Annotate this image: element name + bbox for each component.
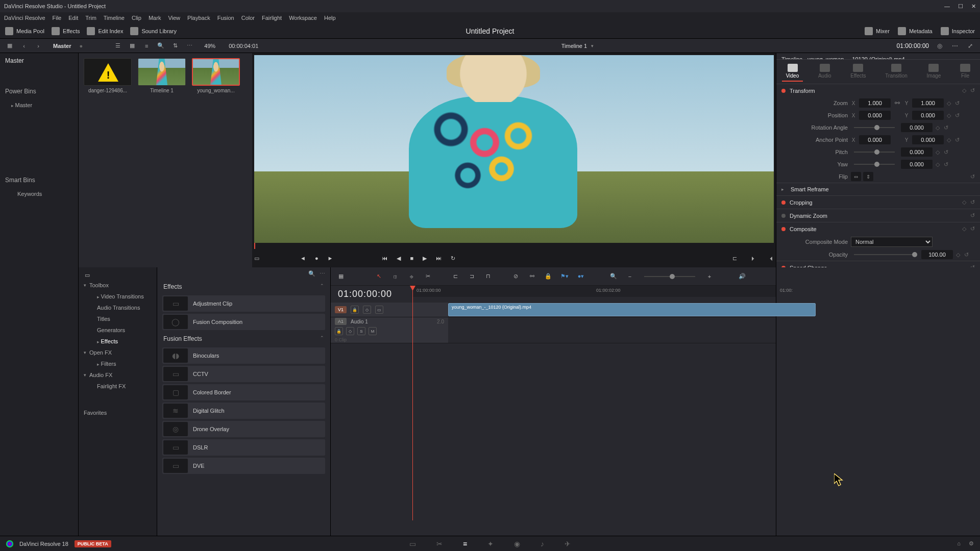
titles-node[interactable]: Titles bbox=[79, 313, 157, 324]
viewer-mode-icon[interactable]: ◎ bbox=[935, 41, 944, 51]
yaw-slider[interactable] bbox=[854, 164, 895, 165]
video-track-content[interactable]: young_woman_-_10120 (Original).mp4 bbox=[448, 303, 776, 317]
tab-transition[interactable]: Transition bbox=[881, 62, 912, 82]
reset-icon[interactable]: ↺ bbox=[970, 87, 975, 94]
section-dynamic-zoom[interactable]: Dynamic Zoom↺ bbox=[776, 209, 980, 222]
reset-icon[interactable]: ↺ bbox=[955, 100, 960, 107]
play-reverse-icon[interactable]: ● bbox=[315, 255, 318, 261]
menu-app[interactable]: DaVinci Resolve bbox=[4, 15, 45, 21]
fx-search-icon[interactable]: 🔍 bbox=[308, 270, 315, 277]
nav-back-icon[interactable]: ‹ bbox=[19, 41, 29, 51]
zoom-out-icon[interactable]: − bbox=[625, 273, 635, 280]
fx-dslr[interactable]: ▭DSLR bbox=[162, 439, 325, 456]
pitch-input[interactable] bbox=[901, 147, 933, 157]
zoom-y-input[interactable] bbox=[912, 98, 944, 108]
next-edit-icon[interactable]: ► bbox=[328, 255, 333, 261]
view-metadata-icon[interactable]: ☰ bbox=[113, 41, 122, 51]
flip-v-button[interactable]: ⇕ bbox=[863, 172, 873, 181]
timeline-timecode[interactable]: 01:00:00:00 bbox=[331, 286, 402, 303]
keyframe-icon[interactable]: ◇ bbox=[962, 199, 966, 206]
audio-track-header[interactable]: A1 Audio 1 2.0 🔒 ◇ S M 0 Clip bbox=[331, 317, 448, 343]
anchor-y-input[interactable] bbox=[912, 135, 944, 144]
sound-library-toggle[interactable]: Sound Library bbox=[130, 27, 177, 35]
reset-icon[interactable]: ↺ bbox=[970, 212, 975, 219]
flag-tool[interactable]: ⚑▾ bbox=[559, 273, 570, 280]
fx-binoculars[interactable]: ◖◗Binoculars bbox=[162, 347, 325, 364]
reset-icon[interactable]: ↺ bbox=[970, 199, 975, 206]
expand-viewer-icon[interactable]: ⤢ bbox=[966, 41, 975, 51]
rotation-input[interactable] bbox=[901, 123, 933, 132]
fx-dve[interactable]: ▭DVE bbox=[162, 458, 325, 474]
fx-category-effects[interactable]: Effects⌃ bbox=[157, 280, 330, 293]
keyframe-icon[interactable]: ◇ bbox=[947, 112, 951, 119]
effects-node[interactable]: ▸ Effects bbox=[79, 336, 157, 347]
keyframe-icon[interactable]: ◇ bbox=[962, 87, 966, 94]
fx-fusion-composition[interactable]: ◯Fusion Composition bbox=[162, 314, 325, 330]
audio-transitions-node[interactable]: Audio Transitions bbox=[79, 302, 157, 313]
menu-file[interactable]: File bbox=[53, 15, 62, 21]
enable-dot-icon[interactable] bbox=[781, 227, 786, 231]
zoom-tool-icon[interactable]: 🔍 bbox=[608, 273, 619, 280]
media-pool-toggle[interactable]: Media Pool bbox=[5, 27, 44, 35]
page-edit[interactable]: ≡ bbox=[463, 540, 467, 548]
fx-colored-border[interactable]: ▢Colored Border bbox=[162, 384, 325, 400]
fx-options-icon[interactable]: ⋯ bbox=[320, 270, 325, 277]
flip-h-button[interactable]: ⇔ bbox=[851, 172, 861, 181]
reset-icon[interactable]: ↺ bbox=[955, 112, 960, 119]
chevron-down-icon[interactable]: ▾ bbox=[591, 43, 594, 48]
zoom-percent[interactable]: 49% bbox=[204, 43, 215, 49]
search-icon[interactable]: 🔍 bbox=[156, 41, 165, 51]
smart-bin-keywords[interactable]: Keywords bbox=[0, 188, 78, 200]
master-bin[interactable]: Master bbox=[0, 53, 78, 68]
menu-fusion[interactable]: Fusion bbox=[217, 15, 234, 21]
snap-toggle[interactable]: ⊘ bbox=[510, 273, 521, 280]
match-frame-icon[interactable]: ▭ bbox=[252, 254, 261, 263]
bin-nav-icon[interactable]: ▦ bbox=[5, 41, 14, 51]
zoom-in-icon[interactable]: + bbox=[704, 273, 715, 280]
favorites-node[interactable]: Favorites bbox=[79, 407, 157, 418]
menu-mark[interactable]: Mark bbox=[149, 15, 161, 21]
menu-fairlight[interactable]: Fairlight bbox=[262, 15, 282, 21]
timeline-view-options-icon[interactable]: ▦ bbox=[336, 273, 346, 280]
track-lock-icon[interactable]: 🔒 bbox=[351, 306, 359, 314]
menu-view[interactable]: View bbox=[168, 15, 180, 21]
fx-cctv[interactable]: ▭CCTV bbox=[162, 366, 325, 382]
video-track-header[interactable]: V1 🔒 ◇ ▭ bbox=[331, 303, 448, 317]
mute-icon[interactable]: 🔊 bbox=[737, 273, 747, 280]
keyframe-icon[interactable]: ◇ bbox=[956, 252, 960, 258]
rotation-slider[interactable] bbox=[854, 127, 895, 128]
page-color[interactable]: ◉ bbox=[514, 540, 520, 548]
section-smart-reframe[interactable]: ▸Smart Reframe bbox=[776, 183, 980, 195]
playhead[interactable] bbox=[412, 286, 413, 520]
toolbox-node[interactable]: ▾Toolbox bbox=[79, 280, 157, 291]
project-settings-icon[interactable]: ⚙ bbox=[969, 540, 974, 547]
keyframe-icon[interactable]: ◇ bbox=[936, 149, 940, 156]
viewer-canvas[interactable] bbox=[254, 55, 774, 243]
power-bins-master[interactable]: ▸ Master bbox=[0, 99, 78, 111]
nav-fwd-icon[interactable]: › bbox=[34, 41, 43, 51]
enable-dot-icon[interactable] bbox=[781, 89, 786, 93]
last-frame-icon[interactable]: ⏭ bbox=[436, 255, 442, 261]
reset-icon[interactable]: ↺ bbox=[944, 124, 948, 131]
zoom-x-input[interactable] bbox=[859, 98, 891, 108]
composite-mode-select[interactable]: Normal bbox=[851, 237, 933, 247]
track-auto-select-icon[interactable]: ◇ bbox=[363, 306, 371, 314]
media-clip-danger[interactable]: danger-129486... bbox=[84, 58, 132, 93]
selection-tool[interactable]: ↖ bbox=[374, 273, 384, 280]
viewer-scrubber[interactable] bbox=[254, 243, 774, 249]
menu-color[interactable]: Color bbox=[241, 15, 255, 21]
menu-clip[interactable]: Clip bbox=[132, 15, 141, 21]
marker-tool[interactable]: ●▾ bbox=[576, 273, 586, 280]
mixer-toggle[interactable]: Mixer bbox=[865, 27, 890, 35]
video-transitions-node[interactable]: ▸ Video Transitions bbox=[79, 291, 157, 302]
maximize-button[interactable]: ☐ bbox=[958, 3, 963, 10]
inspector-toggle[interactable]: Inspector bbox=[941, 27, 975, 35]
stop-icon[interactable]: ■ bbox=[410, 255, 413, 261]
menu-workspace[interactable]: Workspace bbox=[289, 15, 317, 21]
track-disable-icon[interactable]: ▭ bbox=[375, 306, 383, 314]
reset-icon[interactable]: ↺ bbox=[970, 226, 975, 232]
smart-bins-header[interactable]: Smart Bins bbox=[0, 172, 78, 188]
sort-icon[interactable]: ⇅ bbox=[170, 41, 180, 51]
pitch-slider[interactable] bbox=[854, 152, 895, 153]
fx-digital-glitch[interactable]: ≋Digital Glitch bbox=[162, 403, 325, 419]
